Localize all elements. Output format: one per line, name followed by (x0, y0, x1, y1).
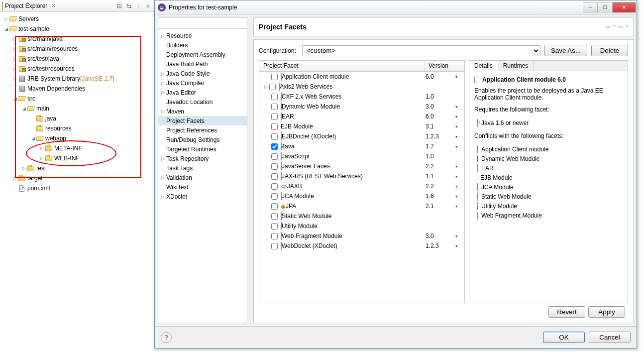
project-tree[interactable]: ▷Servers◢test-sample▷src/main/java▷src/m… (0, 12, 154, 195)
delete-button[interactable]: Delete (591, 45, 628, 56)
expand-arrow-icon[interactable]: ▷ (3, 16, 9, 21)
category-item[interactable]: ▷Resource (158, 31, 247, 40)
tree-item[interactable]: ▷META-INF (0, 143, 154, 153)
facet-checkbox[interactable] (271, 173, 278, 180)
facet-row[interactable]: JJava1.7▾ (259, 141, 464, 151)
tree-item[interactable]: ▷test (0, 163, 154, 173)
maximize-button[interactable]: ☐ (598, 2, 613, 12)
category-item[interactable]: ▷Java Code Style (158, 69, 247, 78)
expand-arrow-icon[interactable]: ◢ (21, 106, 27, 111)
category-item[interactable]: Targeted Runtimes (158, 144, 247, 154)
revert-button[interactable]: Revert (548, 306, 585, 318)
category-item[interactable]: ▷XDoclet (158, 192, 247, 201)
category-item[interactable]: ▷Task Repository (158, 154, 247, 163)
expand-arrow-icon[interactable]: ▷ (161, 71, 166, 76)
expand-arrow-icon[interactable]: ▷ (264, 84, 269, 89)
category-item[interactable]: Project Facets (158, 116, 247, 125)
filter-input[interactable] (158, 18, 247, 29)
facet-row[interactable]: ◆JPA2.1▾ (259, 201, 464, 211)
version-dropdown-icon[interactable]: ▾ (455, 174, 464, 179)
category-item[interactable]: ▷Java Editor (158, 88, 247, 97)
facet-row[interactable]: Web Fragment Module3.0▾ (259, 231, 464, 241)
expand-arrow-icon[interactable]: ▷ (161, 33, 166, 38)
facet-col-name[interactable]: Project Facet (259, 61, 425, 71)
view-close-icon[interactable]: ✕ (51, 2, 56, 9)
collapse-all-icon[interactable]: ⊟ (115, 2, 123, 10)
expand-arrow-icon[interactable]: ▷ (161, 109, 166, 114)
facet-row[interactable]: EJB Module3.1▾ (259, 121, 464, 131)
facet-row[interactable]: JCA Module1.6▾ (259, 191, 464, 201)
facet-checkbox[interactable] (271, 133, 278, 140)
version-dropdown-icon[interactable]: ▾ (455, 244, 464, 248)
version-dropdown-icon[interactable]: ▾ (455, 115, 464, 119)
category-item[interactable]: Project References (158, 125, 247, 135)
facet-row[interactable]: ▷Axis2 Web Services (259, 82, 464, 92)
category-item[interactable]: ▷Java Compiler (158, 78, 247, 88)
forward-drop-icon[interactable]: ▾ (626, 23, 628, 30)
category-item[interactable]: WikiText (158, 182, 247, 192)
tab-details[interactable]: Details (469, 61, 498, 71)
tree-item[interactable]: Mpom.xml (0, 183, 154, 193)
back-drop-icon[interactable]: ▾ (613, 23, 615, 30)
category-item[interactable]: Task Tags (158, 163, 247, 173)
version-dropdown-icon[interactable]: ▾ (455, 105, 464, 109)
expand-arrow-icon[interactable]: ▷ (12, 66, 18, 71)
tree-item[interactable]: resources (0, 123, 154, 133)
tree-item[interactable]: ▷src/test/java (0, 54, 154, 64)
tree-item[interactable]: ▷Servers (0, 14, 154, 24)
expand-arrow-icon[interactable]: ◢ (30, 136, 36, 141)
expand-arrow-icon[interactable]: ▷ (161, 175, 166, 180)
facet-checkbox[interactable] (271, 94, 278, 100)
facet-checkbox[interactable] (271, 243, 278, 249)
category-item[interactable]: Deployment Assembly (158, 50, 247, 59)
tree-item[interactable]: ▷src/test/resources (0, 64, 154, 74)
facet-row[interactable]: JavaServer Faces2.2▾ (259, 161, 464, 171)
dialog-titlebar[interactable]: ◒ Properties for test-sample ─ ☐ ✕ (155, 0, 637, 14)
tree-item[interactable]: ▷src/main/resources (0, 44, 154, 54)
expand-arrow-icon[interactable]: ▷ (161, 194, 166, 199)
expand-arrow-icon[interactable]: ▷ (21, 166, 27, 171)
category-item[interactable]: Run/Debug Settings (158, 135, 247, 144)
facet-checkbox[interactable] (271, 74, 278, 80)
expand-arrow-icon[interactable]: ▷ (161, 90, 166, 95)
expand-arrow-icon[interactable]: ◢ (12, 96, 18, 101)
view-menu-icon[interactable]: ▿ (144, 2, 152, 10)
facet-row[interactable]: <>JAXB2.2▾ (259, 181, 464, 191)
expand-arrow-icon[interactable]: ▷ (161, 156, 166, 161)
expand-arrow-icon[interactable]: ▷ (12, 46, 18, 51)
back-icon[interactable]: ⇦ (605, 23, 610, 30)
minimize-button[interactable]: ─ (583, 2, 598, 12)
version-dropdown-icon[interactable]: ▾ (455, 194, 464, 199)
version-dropdown-icon[interactable]: ▾ (455, 144, 464, 149)
cancel-button[interactable]: Cancel (589, 332, 631, 343)
version-dropdown-icon[interactable]: ▾ (455, 124, 464, 129)
tree-item[interactable]: ▷target (0, 173, 154, 183)
category-item[interactable]: Java Build Path (158, 59, 247, 69)
facet-row[interactable]: EJBDoclet (XDoclet)1.2.3▾ (259, 131, 464, 141)
save-as-button[interactable]: Save As... (544, 45, 587, 56)
facet-checkbox[interactable] (271, 193, 278, 200)
tree-item[interactable]: ◢src (0, 94, 154, 104)
facet-checkbox[interactable] (271, 223, 278, 230)
category-item[interactable]: ▷Validation (158, 173, 247, 182)
expand-arrow-icon[interactable]: ▷ (12, 56, 18, 61)
forward-icon[interactable]: ⇨ (618, 23, 623, 30)
facet-row[interactable]: Application Client module6.0▾ (259, 72, 464, 82)
configuration-select[interactable]: <custom> (302, 45, 540, 56)
tree-item[interactable]: java (0, 114, 154, 123)
facet-row[interactable]: JavaScript1.0 (259, 151, 464, 161)
facet-checkbox[interactable] (271, 163, 278, 170)
tree-item[interactable]: ◢test-sample (0, 24, 154, 34)
close-button[interactable]: ✕ (613, 2, 636, 12)
tree-item[interactable]: ▷src/main/java (0, 34, 154, 44)
facet-row[interactable]: EAR6.0▾ (259, 112, 464, 121)
tree-item[interactable]: ◢main (0, 104, 154, 114)
facet-checkbox[interactable] (271, 143, 278, 150)
expand-arrow-icon[interactable]: ▷ (12, 176, 18, 181)
category-item[interactable]: Javadoc Location (158, 97, 247, 107)
tree-item[interactable]: ▷WEB-INF (0, 153, 154, 163)
facet-row[interactable]: JAX-RS (REST Web Services)1.1▾ (259, 171, 464, 181)
expand-arrow-icon[interactable]: ▷ (161, 81, 166, 86)
facet-checkbox[interactable] (271, 203, 278, 210)
facet-checkbox[interactable] (271, 183, 278, 190)
